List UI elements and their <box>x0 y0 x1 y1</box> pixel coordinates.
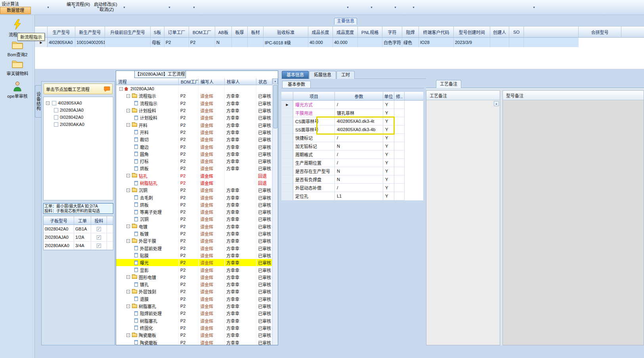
tab-design-algorithm[interactable]: 设计算法 <box>2 0 19 7</box>
flow-step-name[interactable]: -计划投料 <box>116 107 179 114</box>
parameter-row[interactable]: SS面菲林号4I02805XA0.dk3-4bY <box>281 126 423 134</box>
flow-step-name[interactable]: 开料 <box>116 129 179 136</box>
tab-work-hours[interactable]: 工时 <box>336 71 355 79</box>
flow-step-name[interactable]: 板镀 <box>116 230 179 237</box>
sub-board-feed[interactable]: ✓ <box>91 225 107 233</box>
flow-row[interactable]: 去毛刺P2谭金辉方幸幸已审核 <box>116 194 272 201</box>
flow-row[interactable]: -树脂塞孔P2谭金辉方幸幸已审核 <box>116 303 272 310</box>
param-column-header[interactable]: 参数 <box>335 92 383 101</box>
parameter-row[interactable]: 快捷标记/Y <box>281 134 423 142</box>
dropdown-arrow-icon[interactable]: ▼ <box>47 6 50 9</box>
expand-icon[interactable]: - <box>126 123 130 127</box>
parameter-row[interactable]: 是否存在生产型号NY <box>281 167 423 175</box>
param-value[interactable]: / <box>335 101 383 109</box>
param-row-selector[interactable] <box>281 167 293 175</box>
parameter-row[interactable]: 干膜用途镀孔菲林Y <box>281 109 423 117</box>
param-row-selector[interactable] <box>281 184 293 192</box>
flow-scrollbar[interactable]: ▲ <box>272 78 278 345</box>
row-cell[interactable]: 40.000 <box>308 38 333 47</box>
column-header[interactable]: S板 <box>151 26 164 38</box>
tree-checkbox[interactable] <box>54 122 58 127</box>
flow-step-name[interactable]: 树脂钻孔 <box>116 179 179 187</box>
expand-icon[interactable]: - <box>46 101 50 105</box>
expand-icon[interactable]: - <box>126 239 130 243</box>
param-row-selector[interactable] <box>281 150 293 159</box>
column-header[interactable]: BOM工厂 <box>189 26 215 38</box>
column-header[interactable]: 验收标准 <box>264 26 308 38</box>
column-header[interactable]: 成品宽度 <box>333 26 358 38</box>
device-tree-node[interactable]: 2I0280AJA0 <box>46 107 113 114</box>
sub-board-row[interactable]: 2I0280AJA01/2A✓ <box>44 233 113 242</box>
flow-row[interactable]: 板镀P2谭金辉方幸幸已审核 <box>116 230 272 237</box>
flow-step-name[interactable]: 等离子处理 <box>116 208 179 215</box>
row-cell[interactable] <box>490 38 509 47</box>
sub-board-column-header[interactable]: 子板型号 <box>44 216 74 225</box>
flow-step-name[interactable]: -外层蚀刻 <box>116 288 179 295</box>
flow-row[interactable]: -图形电镀P2谭金辉方幸幸已审核 <box>116 274 272 281</box>
param-row-selector[interactable] <box>281 117 293 126</box>
flow-step-name[interactable]: 退膜 <box>116 295 179 303</box>
parameter-row[interactable]: 周期格式/Y <box>281 150 423 159</box>
flow-column-header[interactable]: 状态 <box>256 78 272 85</box>
flow-row[interactable]: -外层蚀刻P2谭金辉方幸幸已审核 <box>116 288 272 295</box>
column-header[interactable]: 创建人 <box>490 26 509 38</box>
param-column-header[interactable]: 项目 <box>293 92 335 101</box>
flow-row[interactable]: 开料P2谭金辉方幸幸已审核 <box>116 129 272 136</box>
flow-row[interactable]: 显影P2谭金辉方幸幸已审核 <box>116 266 272 273</box>
column-header[interactable]: 板材 <box>248 26 264 38</box>
row-cell[interactable]: 10010400205102 <box>75 38 105 47</box>
sidebar-item-ope-audit[interactable]: ope单审核 <box>0 81 35 99</box>
device-structure-vertical-tab[interactable]: 设备结构 <box>35 85 41 118</box>
column-header[interactable]: 阻焊 <box>402 26 419 38</box>
flow-row[interactable]: -开料P2谭金辉方幸幸已审核 <box>116 121 272 128</box>
flow-row[interactable]: 等离子处理P2谭金辉方幸幸已审核 <box>116 208 272 215</box>
flow-row[interactable]: -流程指示P2谭金辉方幸幸已审核 <box>116 92 272 99</box>
dropdown-arrow-icon[interactable]: ▼ <box>346 6 349 9</box>
row-cell[interactable]: 绿色 <box>402 38 419 47</box>
column-header[interactable]: 型号创建时间 <box>454 26 490 38</box>
row-cell[interactable]: 40.000 <box>333 38 358 47</box>
device-tree-node[interactable]: 0I028042A0 <box>46 114 113 121</box>
dropdown-arrow-icon[interactable]: ▼ <box>412 6 415 9</box>
flow-step-name[interactable]: -外层干膜 <box>116 237 179 244</box>
param-value[interactable]: 镀孔菲林 <box>335 109 383 117</box>
flow-step-name[interactable]: -电镀 <box>116 223 179 230</box>
flow-step-name[interactable]: 打标 <box>116 158 179 165</box>
sidebar-item-bom-query[interactable]: Bom查询2 <box>0 40 35 57</box>
flow-step-name[interactable]: 裁切 <box>116 136 179 143</box>
column-header[interactable]: 订单工厂 <box>164 26 189 38</box>
row-cell[interactable]: 4I02805XA0 <box>48 38 75 47</box>
flow-step-name[interactable]: 阻焊前处理 <box>116 310 179 317</box>
sub-board-row[interactable]: 0I028042A0GB1A✓ <box>44 225 113 233</box>
parameter-row[interactable]: 生产周期位置/Y <box>281 159 423 167</box>
flow-row[interactable]: 阻焊前处理P2谭金辉方幸幸已审核 <box>116 310 272 317</box>
flow-step-name[interactable]: 烘板 <box>116 165 179 172</box>
param-row-selector[interactable] <box>281 142 293 150</box>
flow-column-header[interactable]: BOM工厂 <box>179 78 199 85</box>
flow-step-name[interactable]: 贴膜 <box>116 252 179 259</box>
row-cell[interactable]: P2 <box>164 38 189 47</box>
parameter-row[interactable]: ▶曝光方式/Y <box>281 101 423 109</box>
row-cell[interactable] <box>105 38 151 47</box>
model-notes-textarea[interactable] <box>503 100 644 345</box>
row-cell[interactable] <box>248 38 264 47</box>
column-header[interactable]: 终端客户代码 <box>419 26 454 38</box>
param-value[interactable]: / <box>335 159 383 167</box>
dropdown-arrow-icon[interactable]: ▼ <box>533 6 535 9</box>
flow-step-name[interactable]: 计划投料 <box>116 114 179 121</box>
dropdown-arrow-icon[interactable]: ▼ <box>370 6 373 9</box>
tree-checkbox[interactable] <box>54 115 58 120</box>
data-management-button[interactable]: 数据管理 <box>0 7 31 14</box>
column-header[interactable]: 生产型号 <box>48 26 75 38</box>
row-cell[interactable]: P2 <box>189 38 215 47</box>
dropdown-arrow-icon[interactable]: ▼ <box>394 6 397 9</box>
flow-row[interactable]: 陶瓷磨板P2谭金辉方幸幸已审核 <box>116 339 272 345</box>
flow-row[interactable]: 计划投料P2谭金辉方幸幸已审核 <box>116 114 272 121</box>
dropdown-arrow-icon[interactable]: ▼ <box>193 6 195 9</box>
flow-step-name[interactable]: 陶瓷磨板 <box>116 339 179 345</box>
flow-step-name[interactable]: 沉铜 <box>116 215 179 223</box>
sub-board-feed[interactable]: ✓ <box>91 242 107 250</box>
param-value[interactable]: / <box>335 150 383 159</box>
row-cell[interactable]: 白色字符 <box>382 38 402 47</box>
param-value[interactable]: N <box>335 142 383 150</box>
